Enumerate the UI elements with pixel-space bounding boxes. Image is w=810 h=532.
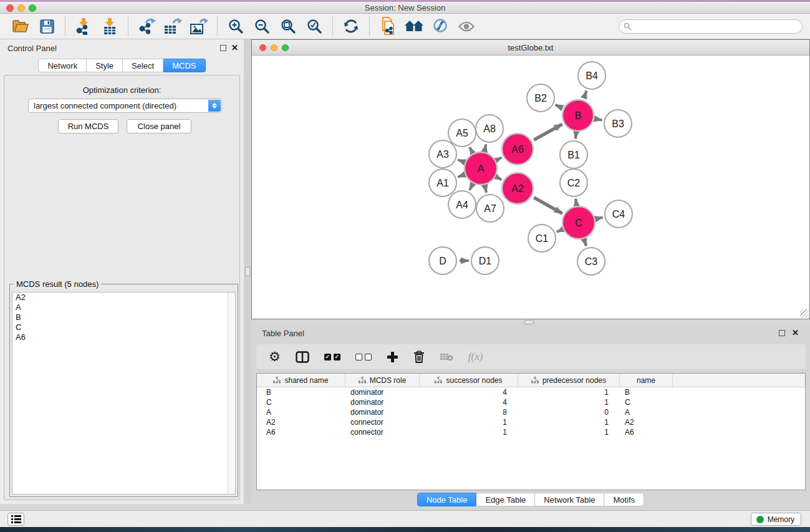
- edge-A-A6[interactable]: [498, 157, 501, 159]
- network-graph[interactable]: B4B2BB3A8A5A6A3B1AC2A1A2A4A7C4CC1C3DD1: [252, 56, 809, 319]
- refresh-view-button[interactable]: [340, 16, 362, 37]
- mcds-result-list[interactable]: A2ABCA6: [12, 292, 236, 495]
- table-cell[interactable]: 1: [518, 427, 620, 437]
- edge-C-C4[interactable]: [597, 218, 602, 219]
- node-A[interactable]: A: [465, 152, 497, 185]
- home-button[interactable]: [403, 16, 425, 37]
- table-cell[interactable]: C: [257, 397, 345, 407]
- table-cell[interactable]: A2: [620, 417, 673, 427]
- node-B2[interactable]: B2: [527, 84, 554, 112]
- node-A3[interactable]: A3: [429, 140, 456, 168]
- task-history-button[interactable]: [7, 513, 24, 526]
- vertical-split-divider[interactable]: [244, 39, 251, 504]
- open-session-button[interactable]: [9, 16, 32, 37]
- result-item[interactable]: A2: [12, 293, 235, 302]
- edge-A6-B[interactable]: [534, 124, 562, 140]
- node-A7[interactable]: A7: [476, 195, 504, 222]
- table-row[interactable]: A2connector11A2: [257, 417, 805, 427]
- table-cell[interactable]: A: [257, 407, 345, 417]
- edge-A-A4[interactable]: [470, 186, 472, 190]
- edge-A-A5[interactable]: [470, 147, 471, 152]
- table-cell[interactable]: A6: [620, 427, 673, 437]
- tab-mcds[interactable]: MCDS: [163, 59, 205, 72]
- search-input[interactable]: [619, 19, 803, 34]
- result-item[interactable]: C: [12, 322, 235, 332]
- table-row[interactable]: Adominator80A: [257, 407, 805, 417]
- table-cell[interactable]: 4: [420, 397, 518, 407]
- delete-table-button[interactable]: [440, 352, 453, 362]
- result-item[interactable]: A6: [12, 332, 235, 342]
- zoom-selected-button[interactable]: [303, 16, 325, 37]
- node-A5[interactable]: A5: [448, 119, 476, 147]
- tab-select[interactable]: Select: [123, 59, 163, 72]
- hide-graphics-details-button[interactable]: [429, 16, 451, 37]
- float-panel-icon[interactable]: [779, 330, 785, 336]
- eye-button[interactable]: [455, 16, 478, 37]
- table-cell[interactable]: 1: [518, 417, 620, 427]
- export-table-button[interactable]: [162, 16, 184, 37]
- node-A6[interactable]: A6: [502, 133, 533, 165]
- table-cell[interactable]: B: [257, 387, 345, 397]
- table-cell[interactable]: 0: [518, 407, 620, 417]
- edge-B-B2[interactable]: [556, 105, 561, 107]
- float-panel-icon[interactable]: [220, 45, 226, 51]
- network-canvas[interactable]: B4B2BB3A8A5A6A3B1AC2A1A2A4A7C4CC1C3DD1: [252, 56, 809, 319]
- table-cell[interactable]: 1: [518, 387, 620, 397]
- result-item[interactable]: B: [12, 312, 235, 322]
- table-cell[interactable]: C: [620, 397, 673, 407]
- table-cell[interactable]: 1: [518, 397, 620, 407]
- zoom-fit-button[interactable]: [277, 16, 299, 37]
- table-cell[interactable]: A6: [257, 427, 345, 437]
- node-B3[interactable]: B3: [604, 110, 632, 137]
- vertical-split-handle[interactable]: [245, 267, 250, 276]
- column-header-name[interactable]: name: [620, 374, 673, 387]
- add-column-button[interactable]: [387, 351, 398, 363]
- table-cell[interactable]: A: [620, 407, 673, 417]
- import-network-button[interactable]: [72, 16, 95, 37]
- table-cell[interactable]: connector: [345, 417, 420, 427]
- column-header-successor-nodes[interactable]: successor nodes: [420, 374, 518, 387]
- column-header-MCDS-role[interactable]: MCDS role: [345, 374, 420, 387]
- network-file-button[interactable]: [377, 16, 399, 37]
- select-all-button[interactable]: ✓✓: [324, 354, 340, 360]
- node-C1[interactable]: C1: [528, 225, 556, 252]
- node-table[interactable]: shared nameMCDS rolesuccessor nodesprede…: [256, 373, 806, 490]
- table-cell[interactable]: dominator: [345, 397, 420, 407]
- table-cell[interactable]: A2: [257, 417, 345, 427]
- tab-node-table[interactable]: Node Table: [417, 493, 477, 506]
- tab-network-table[interactable]: Network Table: [535, 493, 604, 506]
- node-C[interactable]: C: [562, 206, 595, 239]
- close-panel-icon[interactable]: ✕: [231, 43, 238, 52]
- node-A8[interactable]: A8: [476, 115, 503, 142]
- node-C4[interactable]: C4: [605, 200, 632, 228]
- table-cell[interactable]: dominator: [345, 387, 420, 397]
- node-D1[interactable]: D1: [471, 247, 499, 274]
- zoom-in-button[interactable]: [224, 16, 247, 37]
- memory-button[interactable]: Memory: [751, 513, 801, 526]
- table-cell[interactable]: 1: [420, 417, 518, 427]
- table-cell[interactable]: 4: [420, 387, 518, 397]
- result-scrollbar[interactable]: [228, 293, 235, 494]
- function-builder-button[interactable]: f(x): [468, 351, 483, 363]
- edge-B-B4[interactable]: [584, 91, 587, 98]
- edge-A2-C[interactable]: [534, 198, 562, 214]
- table-cell[interactable]: 8: [420, 407, 518, 417]
- node-B1[interactable]: B1: [560, 141, 587, 168]
- tab-motifs[interactable]: Motifs: [604, 493, 644, 506]
- close-panel-button[interactable]: Close panel: [127, 119, 191, 133]
- table-row[interactable]: Bdominator41B: [257, 387, 805, 397]
- table-cell[interactable]: 1: [420, 427, 518, 437]
- export-network-button[interactable]: [135, 16, 158, 37]
- split-column-button[interactable]: [296, 351, 309, 363]
- criterion-dropdown[interactable]: largest connected component (directed): [28, 99, 222, 113]
- window-resize-grip[interactable]: [800, 309, 809, 318]
- network-window-titlebar[interactable]: testGlobe.txt: [252, 40, 809, 56]
- tab-style[interactable]: Style: [87, 59, 123, 72]
- deselect-all-button[interactable]: [355, 354, 372, 360]
- edge-A-A1[interactable]: [458, 175, 463, 177]
- tab-network[interactable]: Network: [38, 59, 87, 72]
- table-cell[interactable]: dominator: [345, 407, 420, 417]
- column-header-predecessor-nodes[interactable]: predecessor nodes: [518, 374, 620, 387]
- close-panel-icon[interactable]: ✕: [792, 328, 799, 337]
- edge-B-B3[interactable]: [596, 119, 602, 120]
